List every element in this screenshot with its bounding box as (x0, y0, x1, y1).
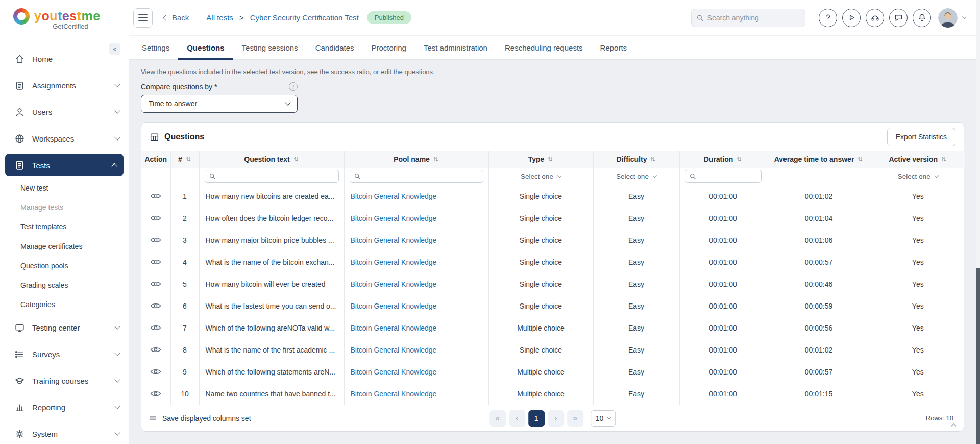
pool-name-link[interactable]: Bitcoin General Knowledge (351, 280, 437, 288)
global-search[interactable] (691, 9, 805, 27)
bell-button[interactable] (913, 9, 931, 27)
sidebar-item-users[interactable]: Users (0, 99, 129, 125)
sidebar-item-surveys[interactable]: Surveys (0, 341, 129, 367)
tab-rescheduling-requests[interactable]: Rescheduling requests (496, 36, 592, 59)
filter-type-select[interactable]: Select one (489, 173, 593, 180)
breadcrumb-all-tests-link[interactable]: All tests (206, 13, 233, 22)
view-question-button[interactable] (141, 251, 170, 273)
view-question-button[interactable] (141, 317, 170, 339)
tab-questions[interactable]: Questions (178, 36, 233, 59)
search-input[interactable] (707, 14, 800, 22)
column-header-number[interactable]: # (170, 151, 199, 168)
column-header-type[interactable]: Type (488, 151, 593, 168)
save-columns-button[interactable]: Save displayed columns set (149, 414, 251, 423)
pool-name-link[interactable]: Bitcoin General Knowledge (351, 324, 437, 332)
filter-pool-name-input[interactable] (363, 173, 479, 180)
sort-icon[interactable] (433, 156, 439, 162)
column-header-question-text[interactable]: Question text (199, 151, 344, 168)
sidebar-item-workspaces[interactable]: Workspaces (0, 125, 129, 152)
view-question-button[interactable] (141, 339, 170, 361)
sidebar-subitem-manage-certificates[interactable]: Manage certificates (0, 237, 129, 256)
scroll-to-top-button[interactable] (947, 421, 960, 431)
tab-candidates[interactable]: Candidates (307, 36, 363, 59)
chat-button[interactable] (889, 9, 908, 27)
filter-difficulty-select[interactable]: Select one (594, 173, 679, 180)
sort-icon[interactable] (547, 156, 553, 162)
filter-question-text-input[interactable] (218, 173, 334, 180)
view-question-button[interactable] (141, 273, 170, 295)
chevron-down-icon (114, 134, 120, 140)
view-question-button[interactable] (141, 361, 170, 383)
column-header-difficulty[interactable]: Difficulty (593, 151, 679, 168)
tab-reports[interactable]: Reports (592, 36, 636, 59)
view-question-button[interactable] (141, 295, 170, 317)
sidebar-item-system[interactable]: System (0, 420, 129, 444)
filter-active-version-select[interactable]: Select one (871, 173, 965, 180)
filter-duration-input[interactable] (699, 173, 757, 180)
filter-question-text[interactable] (205, 170, 339, 183)
column-header-pool-name[interactable]: Pool name (344, 151, 488, 168)
sidebar-subitem-new-test[interactable]: New test (0, 178, 129, 198)
play-button[interactable] (842, 9, 861, 27)
info-icon[interactable]: i (289, 82, 298, 91)
pool-name-link[interactable]: Bitcoin General Knowledge (351, 368, 437, 376)
rows-per-page-select[interactable]: 10 (591, 410, 616, 427)
sidebar-subitem-manage-tests[interactable]: Manage tests (0, 198, 129, 217)
view-question-button[interactable] (141, 207, 170, 229)
help-button[interactable] (819, 9, 837, 27)
view-question-button[interactable] (141, 383, 170, 405)
export-statistics-button[interactable]: Export Statistics (887, 128, 955, 146)
window-scrollbar-thumb[interactable] (976, 268, 980, 444)
user-menu-chevron-icon[interactable] (962, 15, 966, 19)
pool-name-link[interactable]: Bitcoin General Knowledge (351, 258, 437, 266)
question-avg-time: 00:00:57 (767, 251, 871, 273)
sidebar-item-assignments[interactable]: Assignments (0, 72, 129, 99)
pagination-page-1-button[interactable]: 1 (528, 410, 545, 427)
filter-duration[interactable] (685, 170, 762, 183)
pool-name-link[interactable]: Bitcoin General Knowledge (351, 302, 437, 310)
column-header-active-version[interactable]: Active version (871, 151, 965, 168)
pool-name-link[interactable]: Bitcoin General Knowledge (351, 390, 437, 398)
window-scrollbar[interactable] (976, 0, 980, 444)
sort-icon[interactable] (293, 156, 299, 162)
sidebar-item-testing-center[interactable]: Testing center (0, 314, 129, 341)
column-header-average-time-to-answer[interactable]: Average time to answer (767, 151, 871, 168)
sidebar-subitem-question-pools[interactable]: Question pools (0, 256, 129, 275)
sidebar-subitem-grading-scales[interactable]: Grading scales (0, 275, 129, 295)
view-question-button[interactable] (141, 185, 170, 207)
column-header-duration[interactable]: Duration (679, 151, 767, 168)
pool-name-link[interactable]: Bitcoin General Knowledge (351, 236, 437, 244)
user-avatar[interactable] (938, 8, 958, 28)
tab-settings[interactable]: Settings (133, 36, 178, 59)
headset-button[interactable] (866, 9, 884, 27)
sort-icon[interactable] (185, 156, 191, 162)
filter-pool-name[interactable] (350, 170, 483, 183)
compare-questions-select[interactable]: Time to answer (141, 95, 298, 113)
sidebar-item-label: Home (32, 55, 119, 63)
tab-proctoring[interactable]: Proctoring (363, 36, 415, 59)
tab-test-administration[interactable]: Test administration (415, 36, 496, 59)
sort-icon[interactable] (650, 156, 656, 162)
sidebar-item-tests[interactable]: Tests (5, 154, 124, 176)
breadcrumb-current-test-link[interactable]: Cyber Security Certification Test (250, 13, 359, 22)
brand-logo-icon (13, 8, 30, 25)
sidebar-item-reporting[interactable]: Reporting (0, 394, 129, 420)
pool-name-link[interactable]: Bitcoin General Knowledge (351, 346, 437, 354)
tab-testing-sessions[interactable]: Testing sessions (233, 36, 307, 59)
sidebar-item-training-courses[interactable]: Training courses (0, 367, 129, 394)
sort-icon[interactable] (736, 156, 742, 162)
pool-name-link[interactable]: Bitcoin General Knowledge (351, 214, 437, 222)
menu-toggle-button[interactable] (133, 8, 153, 28)
sort-icon[interactable] (941, 156, 947, 162)
pagination-last-button[interactable]: » (567, 410, 583, 427)
pagination-prev-button[interactable]: ‹ (509, 410, 525, 427)
view-question-button[interactable] (141, 229, 170, 251)
pool-name-link[interactable]: Bitcoin General Knowledge (351, 192, 437, 200)
pagination-next-button[interactable]: › (548, 410, 564, 427)
sidebar-subitem-test-templates[interactable]: Test templates (0, 217, 129, 237)
sidebar-subitem-categories[interactable]: Categories (0, 295, 129, 314)
sidebar-collapse-button[interactable]: « (109, 43, 120, 55)
pagination-first-button[interactable]: « (489, 410, 506, 427)
sort-icon[interactable] (857, 156, 863, 162)
back-button[interactable]: Back (164, 13, 189, 22)
